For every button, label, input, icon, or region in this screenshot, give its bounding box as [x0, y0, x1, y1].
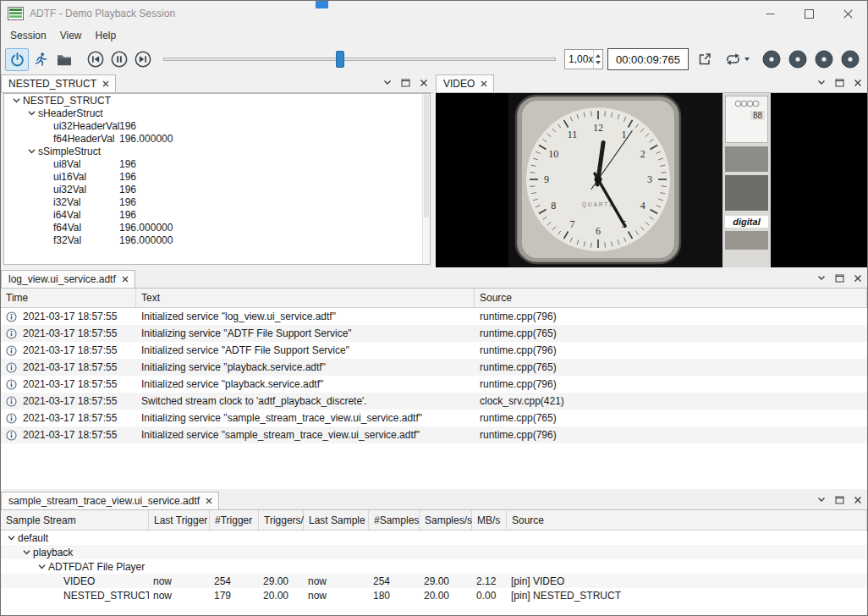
tab-close-icon[interactable]: [481, 80, 487, 87]
log-row[interactable]: 2021-03-17 18:57:55Initializing service …: [1, 410, 867, 426]
power-toggle-button[interactable]: [5, 48, 29, 71]
dock-menu-button[interactable]: [383, 80, 392, 85]
skip-to-end-button[interactable]: [131, 48, 155, 71]
struct-tree-row[interactable]: f64Val196.000000: [4, 221, 430, 234]
struct-tree-row[interactable]: sSimpleStruct: [4, 145, 430, 157]
struct-tree-row[interactable]: ui32HeaderVal196: [4, 119, 430, 132]
detach-player-button[interactable]: [693, 48, 717, 71]
loop-mode-button[interactable]: [720, 48, 754, 71]
struct-tree-row[interactable]: f64HeaderVal196.000000: [4, 132, 430, 145]
stream-indicator-button-4[interactable]: [841, 50, 860, 69]
minimize-button[interactable]: [750, 1, 789, 26]
svg-text:9: 9: [544, 173, 549, 185]
stream-indicator-button-3[interactable]: [815, 50, 833, 69]
timeline-slider[interactable]: [163, 48, 556, 70]
tab-close-icon[interactable]: [122, 276, 129, 283]
info-icon: [6, 379, 17, 390]
dock-close-button[interactable]: [420, 79, 428, 87]
dock-float-button[interactable]: [401, 78, 410, 87]
trace-row[interactable]: default: [1, 531, 867, 545]
log-row[interactable]: 2021-03-17 18:57:55Switched stream clock…: [1, 393, 867, 410]
struct-tree-row[interactable]: ui8Val196: [4, 157, 430, 170]
playback-speed-spinbox[interactable]: 1,00x: [564, 49, 603, 69]
log-row[interactable]: 2021-03-17 18:57:55Initialized service "…: [1, 376, 867, 393]
log-row[interactable]: 2021-03-17 18:57:55Initialized service "…: [1, 308, 867, 325]
titlebar[interactable]: ADTF - Demo Playback Session: [1, 1, 867, 26]
maximize-button[interactable]: [789, 1, 828, 26]
log-timestamp: 2021-03-17 18:57:55: [23, 311, 117, 322]
run-button[interactable]: [29, 48, 52, 71]
tab-log-view[interactable]: log_view.ui_service.adtf: [1, 270, 135, 288]
struct-tree-row[interactable]: ui32Val196: [4, 183, 430, 195]
adtf-app-icon: [8, 7, 24, 20]
trace-value-cell: [pin] NESTED_STRUCT: [507, 590, 867, 602]
expand-arrow-icon[interactable]: [25, 145, 38, 157]
dock-menu-button[interactable]: [817, 497, 826, 503]
struct-tree-row[interactable]: NESTED_STRUCT: [4, 94, 430, 107]
tab-close-icon[interactable]: [102, 80, 109, 87]
column-header-last-trigger[interactable]: Last Trigger: [149, 510, 210, 530]
expand-arrow-icon[interactable]: [9, 94, 23, 107]
dock-close-button[interactable]: [854, 274, 862, 283]
trace-row[interactable]: playback: [1, 545, 867, 559]
struct-tree-row[interactable]: f32Val196.000000: [4, 234, 430, 246]
open-file-button[interactable]: [52, 48, 76, 71]
expand-arrow-icon[interactable]: [25, 107, 38, 119]
column-header-source[interactable]: Source: [507, 510, 867, 530]
skip-to-start-button[interactable]: [84, 48, 107, 71]
timeline-slider-handle[interactable]: [336, 51, 344, 68]
column-header-sample-count[interactable]: #Samples: [369, 510, 420, 530]
struct-tree-row[interactable]: sHeaderStruct: [4, 107, 430, 119]
log-row[interactable]: 2021-03-17 18:57:55Initializing service …: [1, 325, 867, 342]
struct-node-name: ui8Val: [53, 158, 80, 170]
column-header-trigger-count[interactable]: #Trigger: [210, 510, 259, 530]
pause-button[interactable]: [107, 48, 131, 71]
menu-help[interactable]: Help: [89, 27, 124, 44]
struct-tree-row[interactable]: i32Val196: [4, 195, 430, 208]
log-row[interactable]: 2021-03-17 18:57:55Initialized service "…: [1, 426, 867, 443]
log-row[interactable]: 2021-03-17 18:57:55Initialized service "…: [1, 342, 867, 359]
trace-row[interactable]: NESTED_STRUCTnow17920.00now18020.000.00[…: [1, 588, 867, 602]
dock-menu-button[interactable]: [817, 275, 826, 281]
close-button[interactable]: [828, 1, 867, 26]
spin-down-icon[interactable]: [596, 61, 601, 64]
dock-float-button[interactable]: [835, 273, 844, 283]
log-row[interactable]: 2021-03-17 18:57:55Initializing service …: [1, 359, 867, 376]
dock-close-button[interactable]: [854, 496, 862, 504]
menu-view[interactable]: View: [53, 27, 89, 44]
expand-arrow-icon[interactable]: [35, 564, 48, 569]
tab-close-icon[interactable]: [206, 498, 212, 504]
tab-sample-stream-trace[interactable]: sample_stream_trace_view.ui_service.adtf: [1, 492, 219, 509]
column-header-source[interactable]: Source: [475, 289, 867, 307]
scrollbar-thumb[interactable]: [424, 95, 429, 217]
tab-label: log_view.ui_service.adtf: [8, 273, 116, 285]
tab-label: VIDEO: [443, 78, 475, 90]
column-header-last-sample[interactable]: Last Sample: [304, 510, 369, 530]
dock-menu-button[interactable]: [817, 80, 826, 85]
dock-float-button[interactable]: [835, 495, 844, 504]
stream-indicator-button-1[interactable]: [762, 50, 781, 69]
tab-nested-struct[interactable]: NESTED_STRUCT: [1, 74, 116, 92]
dock-close-button[interactable]: [854, 79, 862, 87]
column-header-time[interactable]: Time: [1, 289, 136, 307]
column-header-samples-per-s[interactable]: Samples/s: [420, 510, 472, 530]
vertical-scrollbar[interactable]: [422, 94, 430, 264]
spin-up-icon[interactable]: [596, 54, 601, 58]
struct-tree-row[interactable]: i64Val196: [4, 208, 430, 221]
dock-float-button[interactable]: [835, 78, 844, 87]
panel-sample-stream-trace: sample_stream_trace_view.ui_service.adtf: [1, 492, 867, 616]
column-header-triggers-per-s[interactable]: Triggers/s: [259, 510, 304, 530]
stream-indicator-button-2[interactable]: [788, 50, 807, 69]
trace-row[interactable]: ADTFDAT File Player: [1, 559, 867, 574]
column-header-sample-stream[interactable]: Sample Stream: [1, 510, 149, 530]
column-header-mb-per-s[interactable]: MB/s: [472, 510, 507, 530]
tab-video[interactable]: VIDEO: [436, 74, 494, 92]
trace-row[interactable]: VIDEOnow25429.00now25429.002.12[pin] VID…: [1, 574, 867, 588]
speed-spin-buttons[interactable]: [593, 50, 602, 69]
column-header-text[interactable]: Text: [136, 289, 475, 307]
struct-tree-row[interactable]: ui16Val196: [4, 170, 430, 183]
menu-session[interactable]: Session: [3, 27, 53, 44]
expand-arrow-icon[interactable]: [19, 550, 33, 555]
struct-node-name: sSimpleStruct: [38, 146, 101, 157]
expand-arrow-icon[interactable]: [4, 536, 18, 541]
